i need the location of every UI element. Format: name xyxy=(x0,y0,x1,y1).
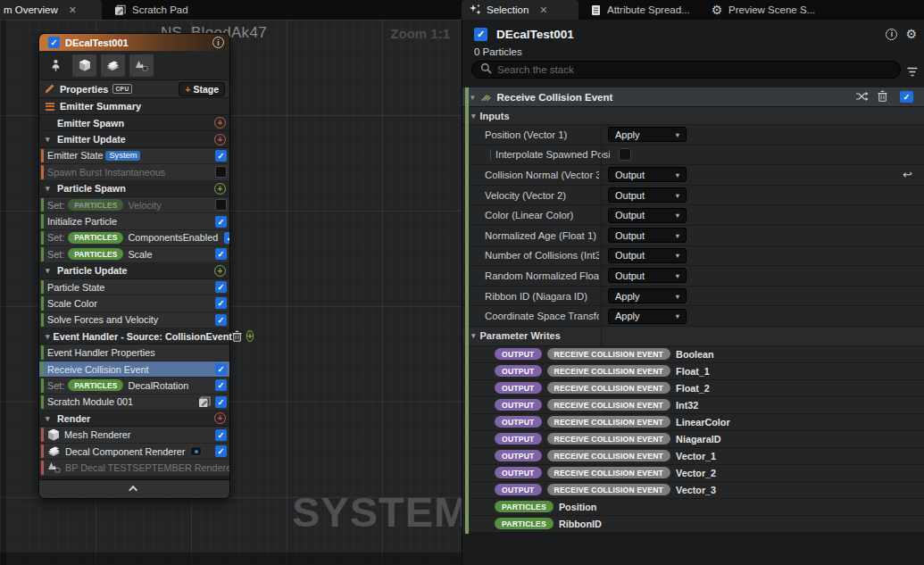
close-icon[interactable]: ✕ xyxy=(539,4,547,16)
enabled-checkbox[interactable]: ✓ xyxy=(224,232,229,244)
info-icon[interactable]: i xyxy=(886,29,897,40)
add-module-button[interactable]: + xyxy=(214,412,226,424)
chevron-down-icon[interactable]: ▾ xyxy=(46,266,54,275)
emitter-node[interactable]: ✓ DEcalTest001 i Properties CPU + Stage xyxy=(38,33,230,499)
binding-dropdown[interactable]: Output▾ xyxy=(608,187,687,203)
gear-icon[interactable]: ⚙ xyxy=(905,28,917,40)
stack-module-scale[interactable]: Set:PARTICLESScale✓ xyxy=(39,246,229,262)
tab-system-overview[interactable]: m Overview ✕ xyxy=(0,0,102,20)
module-enabled-checkbox[interactable]: ✓ xyxy=(900,91,913,103)
chevron-down-icon[interactable]: ▾ xyxy=(46,184,54,193)
filter-icon[interactable] xyxy=(906,64,919,80)
chevron-down-icon[interactable]: ▾ xyxy=(471,331,476,340)
binding-dropdown[interactable]: Output▾ xyxy=(608,268,687,283)
stack-module-solve-forces-and-velocity[interactable]: Solve Forces and Velocity✓ xyxy=(39,312,229,328)
scratch-pad-icon[interactable] xyxy=(198,396,212,408)
stack-group-event-handler-source-collisionevent[interactable]: ▾Event Handler - Source: CollisionEvent+ xyxy=(39,328,229,345)
emitter-node-header[interactable]: ✓ DEcalTest001 i xyxy=(39,34,229,51)
enabled-checkbox[interactable]: ✓ xyxy=(215,396,227,408)
stack-module-initialize-particle[interactable]: Initialize Particle✓ xyxy=(39,213,229,229)
enabled-checkbox[interactable]: ✓ xyxy=(215,314,227,326)
value-checkbox[interactable] xyxy=(619,148,631,161)
param-write-row-niagaraid[interactable]: OUTPUTRECEIVE COLLISION EVENTNiagaraID xyxy=(462,431,924,448)
cube-icon[interactable] xyxy=(72,54,96,77)
param-write-row-float-1[interactable]: OUTPUTRECEIVE COLLISION EVENTFloat_1 xyxy=(462,363,924,380)
stack-module-componentsenabled[interactable]: Set:PARTICLESComponentsEnabled✓ xyxy=(39,230,229,246)
binding-dropdown[interactable]: Output▾ xyxy=(608,208,687,223)
search-input[interactable] xyxy=(497,64,892,75)
trash-icon[interactable] xyxy=(878,89,887,105)
param-write-row-int32[interactable]: OUTPUTRECEIVE COLLISION EVENTInt32 xyxy=(462,397,924,414)
enabled-checkbox[interactable]: ✓ xyxy=(215,429,227,441)
stack-row-properties[interactable]: Properties CPU + Stage xyxy=(39,80,229,98)
stack-module-scratch-module-001[interactable]: Scratch Module 001✓ xyxy=(39,395,229,411)
stack-group-particle-spawn[interactable]: ▾Particle Spawn+ xyxy=(39,181,229,197)
enabled-checkbox[interactable]: ✓ xyxy=(215,363,227,375)
chevron-down-icon[interactable]: ▾ xyxy=(46,332,50,341)
stack-group-emitter-update[interactable]: ▾Emitter Update+ xyxy=(39,131,229,147)
stack-group-particle-update[interactable]: ▾Particle Update+ xyxy=(39,263,229,279)
param-write-row-ribbonid[interactable]: PARTICLESRibbonID xyxy=(462,516,924,533)
add-module-button[interactable]: + xyxy=(214,183,226,195)
enabled-checkbox[interactable]: ✓ xyxy=(215,297,227,309)
parameter-writes-section-header[interactable]: ▾ Parameter Writes xyxy=(462,327,924,346)
enabled-checkbox[interactable]: ✓ xyxy=(215,216,227,228)
add-module-button[interactable]: + xyxy=(246,330,254,342)
stack-module-spawn-burst-instantaneous[interactable]: Spawn Burst Instantaneous xyxy=(39,164,229,180)
binding-dropdown[interactable]: Output▾ xyxy=(608,167,687,182)
param-write-row-boolean[interactable]: OUTPUTRECEIVE COLLISION EVENTBoolean xyxy=(462,346,924,363)
enabled-checkbox[interactable] xyxy=(215,199,227,211)
enabled-checkbox[interactable]: ✓ xyxy=(215,379,227,391)
param-write-row-position[interactable]: PARTICLESPosition xyxy=(462,499,924,516)
module-header-receive-collision-event[interactable]: ▾ Receive Collision Event ✓ xyxy=(462,87,924,107)
stack-search[interactable] xyxy=(471,61,901,79)
shuffle-icon[interactable] xyxy=(855,89,869,105)
tab-selection[interactable]: Selection ✕ xyxy=(462,0,579,20)
binding-dropdown[interactable]: Output▾ xyxy=(608,228,687,243)
tab-preview-scene-settings[interactable]: ⚙ Preview Scene S... xyxy=(703,0,822,20)
param-write-row-vector-3[interactable]: OUTPUTRECEIVE COLLISION EVENTVector_3 xyxy=(462,482,924,499)
close-icon[interactable]: ✕ xyxy=(69,4,77,16)
stack-row-emitter-summary[interactable]: Emitter Summary xyxy=(39,98,229,115)
stack-group-emitter-spawn[interactable]: ▾Emitter Spawn+ xyxy=(39,115,229,131)
chevron-down-icon[interactable]: ▾ xyxy=(471,112,476,120)
system-overview-canvas[interactable]: NS_BloodAk47 Zoom 1:1 SYSTEM ✓ DEcalTest… xyxy=(0,20,462,565)
stack-module-particle-state[interactable]: Particle State✓ xyxy=(39,279,229,295)
stack-module-scale-color[interactable]: Scale Color✓ xyxy=(39,295,229,312)
tab-scratch-pad[interactable]: Scratch Pad xyxy=(107,0,196,20)
param-write-row-vector-2[interactable]: OUTPUTRECEIVE COLLISION EVENTVector_2 xyxy=(462,465,924,482)
stack-module-receive-collision-event[interactable]: Receive Collision Event✓ xyxy=(39,361,229,378)
add-module-button[interactable]: + xyxy=(214,117,226,129)
binding-dropdown[interactable]: Output▾ xyxy=(608,248,687,263)
stack-module-emitter-state[interactable]: Emitter StateSystem✓ xyxy=(39,148,229,164)
reset-to-default-icon[interactable]: ↩ xyxy=(903,169,912,180)
stack-module-decal-component-renderer[interactable]: Decal Component Renderer✓ xyxy=(39,444,229,460)
param-write-row-linearcolor[interactable]: OUTPUTRECEIVE COLLISION EVENTLinearColor xyxy=(462,414,924,431)
add-module-button[interactable]: + xyxy=(214,265,226,277)
decal-icon[interactable] xyxy=(101,54,125,77)
chevron-down-icon[interactable]: ▾ xyxy=(470,93,475,102)
binding-dropdown[interactable]: Apply▾ xyxy=(608,309,687,324)
info-icon[interactable]: i xyxy=(212,37,224,48)
enabled-checkbox[interactable]: ✓ xyxy=(215,445,227,457)
trash-icon[interactable] xyxy=(232,330,242,342)
stack-group-render[interactable]: ▾Render+ xyxy=(39,411,229,427)
collapse-node-button[interactable] xyxy=(39,479,229,498)
param-write-row-vector-1[interactable]: OUTPUTRECEIVE COLLISION EVENTVector_1 xyxy=(462,448,924,465)
tab-attribute-spreadsheet[interactable]: Attribute Spread... xyxy=(582,0,697,20)
chevron-down-icon[interactable]: ▾ xyxy=(46,414,54,423)
stack-module-velocity[interactable]: Set:PARTICLESVelocity xyxy=(39,197,229,213)
binding-dropdown[interactable]: Apply▾ xyxy=(608,127,687,142)
stack-module-event-handler-properties[interactable]: Event Handler Properties xyxy=(39,345,229,361)
add-stage-button[interactable]: + Stage xyxy=(179,82,225,96)
param-write-row-float-2[interactable]: OUTPUTRECEIVE COLLISION EVENTFloat_2 xyxy=(462,380,924,397)
stack-module-bp-decal-testseptember-renderer[interactable]: BP Decal TESTSEPTEMBER Renderer xyxy=(39,460,229,476)
enabled-checkbox[interactable] xyxy=(215,166,227,178)
stack-module-mesh-renderer[interactable]: Mesh Renderer✓ xyxy=(39,427,229,443)
emitter-enabled-checkbox[interactable]: ✓ xyxy=(48,37,60,48)
chevron-down-icon[interactable]: ▾ xyxy=(46,135,54,144)
inputs-section-header[interactable]: ▾ Inputs xyxy=(462,107,924,125)
person-icon[interactable] xyxy=(44,54,68,77)
add-module-button[interactable]: + xyxy=(214,134,226,145)
enabled-checkbox[interactable]: ✓ xyxy=(215,248,227,260)
